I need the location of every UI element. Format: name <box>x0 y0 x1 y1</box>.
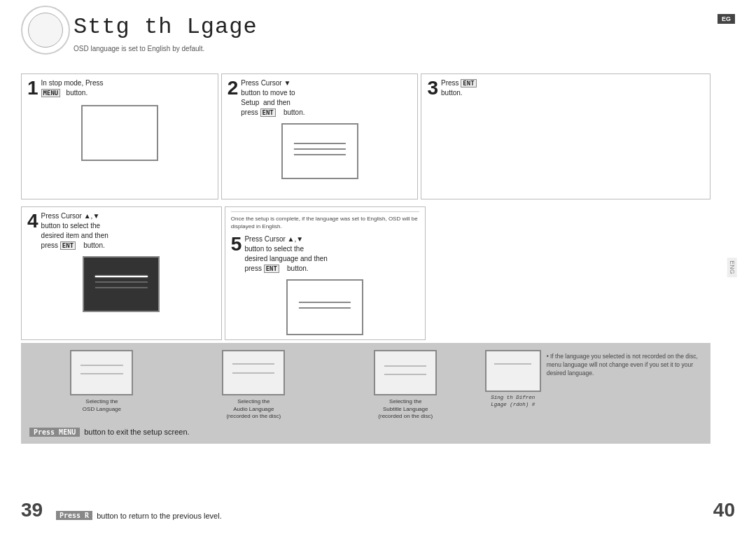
step-5-screen <box>286 279 363 335</box>
step-4-text: Press Cursor ▲,▼button to select thedesi… <box>41 211 108 251</box>
step-5-box: Once the setup is complete, if the langu… <box>225 206 426 340</box>
step-4-number: 4 <box>27 211 38 231</box>
menu-line-5a <box>299 302 351 303</box>
press-return-btn[interactable]: Press R <box>56 511 92 520</box>
step-2-text: Press Cursor ▼button to move toSetup and… <box>241 78 304 118</box>
logo-inner <box>28 13 63 48</box>
thumb-screen-1 <box>70 350 133 395</box>
step-2-box: 2 Press Cursor ▼button to move toSetup a… <box>221 73 419 199</box>
menu-btn-label: MENU <box>41 89 61 97</box>
step-1-number: 1 <box>27 78 38 98</box>
tline-2a <box>232 363 274 365</box>
thumb-screen-2 <box>222 350 285 395</box>
thumb-2: Selecting theAudio Language(recorded on … <box>181 350 326 420</box>
menu-line-3 <box>293 154 345 155</box>
menu-line-d2 <box>95 287 147 288</box>
thumb-4: Sing th DifrenLgage (rdoh) # • If the la… <box>485 350 702 420</box>
page-num-left: 39 <box>21 499 43 521</box>
thumb-label-4: Sing th DifrenLgage (rdoh) # <box>485 395 541 409</box>
logo <box>21 6 70 55</box>
tline-1b <box>80 373 122 374</box>
ent-btn-2: ENT <box>260 108 276 117</box>
tline-4a <box>494 363 531 365</box>
page-title: Sttg th Lgage <box>74 14 258 40</box>
ent-btn-4: ENT <box>60 241 76 250</box>
ent-btn-3: ENT <box>461 79 476 87</box>
thumb-label-2: Selecting theAudio Language(recorded on … <box>181 398 326 420</box>
tline-3a <box>384 365 426 367</box>
step-3-spacer <box>428 206 710 340</box>
step-5-text: Press Cursor ▲,▼button to select thedesi… <box>244 234 327 274</box>
page-num-right: 40 <box>713 499 735 521</box>
thumb-label-1: Selecting theOSD Language <box>29 398 174 413</box>
menu-line-1 <box>293 143 345 144</box>
step-2-number: 2 <box>227 78 239 98</box>
step-4-box: 4 Press Cursor ▲,▼button to select thede… <box>21 206 222 340</box>
menu-line-5b <box>299 307 351 309</box>
step-4-menu-lines <box>95 276 147 293</box>
thumb-1: Selecting theOSD Language <box>29 350 174 420</box>
step-3-box: 3 Press ENTbutton. <box>421 73 710 199</box>
thumb-screen-3 <box>374 350 437 395</box>
complete-note: Once the setup is complete, if the langu… <box>231 211 419 230</box>
step-1-screen <box>81 105 158 161</box>
press-menu-btn[interactable]: Press MENU <box>29 428 80 437</box>
thumb-3: Selecting theSubtitle Language(recorded … <box>333 350 478 420</box>
step-2-screen <box>281 123 358 179</box>
bottom-instructions: Press MENU button to exit the setup scre… <box>29 428 702 437</box>
ent-btn-5: ENT <box>264 265 279 273</box>
step-1-box: 1 In stop mode, Press MENU button. <box>21 73 218 199</box>
tline-3b <box>384 374 426 375</box>
steps-top-row: 1 In stop mode, Press MENU button. 2 Pre… <box>21 73 710 199</box>
gray-section: Selecting theOSD Language Selecting theA… <box>21 343 710 443</box>
step-3-number: 3 <box>427 78 438 98</box>
osd-note: OSD language is set to English by defaul… <box>74 45 204 52</box>
button-exit-text: button to exit the setup screen. <box>84 428 189 436</box>
step-4-screen <box>83 256 160 312</box>
tline-1a <box>80 365 122 366</box>
tline-2b <box>232 372 274 374</box>
main-content: 1 In stop mode, Press MENU button. 2 Pre… <box>21 73 710 489</box>
steps-bottom-row: 4 Press Cursor ▲,▼button to select thede… <box>21 206 710 340</box>
menu-line-highlight <box>95 276 147 277</box>
eg-badge: EG <box>718 14 735 24</box>
bottom-return-row: Press R button to return to the previous… <box>56 511 222 520</box>
thumb-4-note: • If the language you selected is not re… <box>547 353 702 409</box>
thumb-label-3: Selecting theSubtitle Language(recorded … <box>333 398 478 420</box>
thumbnails-row: Selecting theOSD Language Selecting theA… <box>29 350 702 420</box>
step-3-text: Press ENTbutton. <box>441 78 477 98</box>
thumb-screen-4 <box>485 350 541 392</box>
step-5-menu-lines <box>299 302 351 313</box>
menu-line-d1 <box>95 281 147 283</box>
step-2-menu-lines <box>293 143 345 160</box>
thumb-4-screen-wrap: Sing th DifrenLgage (rdoh) # <box>485 350 541 409</box>
step-1-text: In stop mode, Press MENU button. <box>41 78 104 98</box>
button-return-text: button to return to the previous level. <box>97 512 222 520</box>
right-sidebar-label: ENG <box>727 258 737 277</box>
menu-line-2 <box>293 148 345 150</box>
step-5-number: 5 <box>231 234 242 254</box>
thumb-4-inner: Sing th DifrenLgage (rdoh) # • If the la… <box>485 350 702 409</box>
